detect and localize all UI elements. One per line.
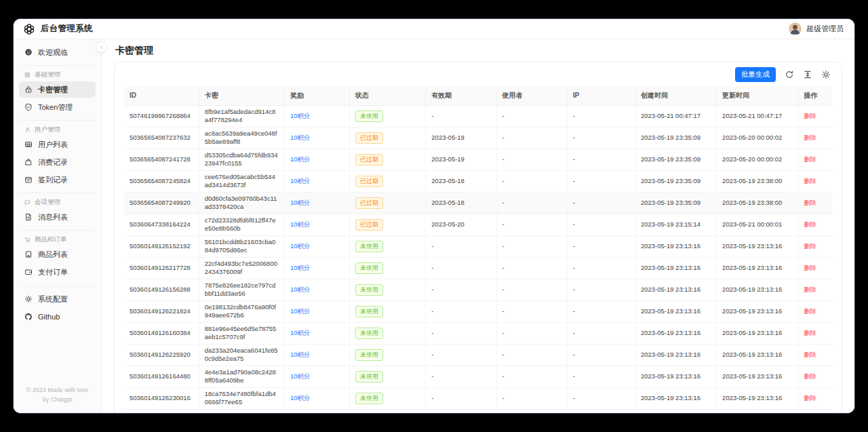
cell-reward: 10积分 <box>284 257 349 279</box>
delete-link[interactable]: 删除 <box>804 307 816 315</box>
delete-link[interactable]: 删除 <box>804 134 816 141</box>
status-badge: 未使用 <box>355 349 383 361</box>
cell-expiry: - <box>426 279 496 300</box>
reward-link[interactable]: 10积分 <box>290 155 311 163</box>
cell-updated: 2023-05-19 23:13:16 <box>717 235 798 257</box>
cell-user: - <box>496 257 567 279</box>
cell-expiry: - <box>426 366 496 387</box>
delete-link[interactable]: 删除 <box>804 220 816 228</box>
reward-link[interactable]: 10积分 <box>290 220 311 228</box>
cell-updated: 2023-05-20 00:00:02 <box>717 127 798 149</box>
page-title: 卡密管理 <box>102 39 854 62</box>
delete-link[interactable]: 删除 <box>804 242 816 250</box>
sidebar-item-12[interactable]: 支付订单 <box>19 264 96 280</box>
cell-user: - <box>496 149 567 170</box>
cell-user: - <box>496 279 567 300</box>
cell-user: - <box>496 170 567 192</box>
status-badge: 已过期 <box>355 154 383 165</box>
cell-id: 50360149126152192 <box>124 235 199 257</box>
cell-expiry: 2023-05-19 <box>426 127 496 149</box>
delete-link[interactable]: 删除 <box>804 394 816 401</box>
sidebar-item-2[interactable]: 卡密管理 <box>19 81 96 98</box>
delete-link[interactable]: 删除 <box>804 177 816 184</box>
cell-user: - <box>496 344 567 366</box>
sidebar-group-4: 用户管理 <box>19 120 96 136</box>
cell-updated: 2023-05-21 00:00:01 <box>717 214 798 235</box>
cell-reward: 10积分 <box>284 279 349 300</box>
sidebar-item-9[interactable]: 消息列表 <box>19 209 96 225</box>
reward-link[interactable]: 10积分 <box>290 134 311 141</box>
sidebar-item-6[interactable]: 消费记录 <box>19 154 96 170</box>
table-row: 5036014912623001618ca7634e7480fbfa1db406… <box>124 387 832 409</box>
delete-link[interactable]: 删除 <box>804 329 816 336</box>
sidebar: 欢迎观临基础管理卡密管理Token管理用户管理用户列表消费记录签到记录会话管理消… <box>14 39 102 413</box>
openai-logo-icon <box>23 23 35 35</box>
shield-icon <box>24 103 33 111</box>
reward-link[interactable]: 10积分 <box>290 372 311 380</box>
cell-id: 50360149126221824 <box>124 300 199 322</box>
status-badge: 已过期 <box>355 132 383 144</box>
batch-generate-button[interactable]: 批量生成 <box>735 67 776 82</box>
document-icon <box>24 213 33 221</box>
sidebar-group-1: 基础管理 <box>19 65 96 81</box>
cell-expiry: - <box>426 344 496 366</box>
card-key-value: 56101bcdd8b21603cba084d9705d86ec <box>205 238 276 254</box>
sidebar-item-15[interactable]: Github <box>19 309 96 325</box>
delete-link[interactable]: 删除 <box>804 155 816 163</box>
sidebar-item-3[interactable]: Token管理 <box>19 99 96 115</box>
card-key-value: 18ca7634e7480fbfa1db40666f77ee65 <box>205 390 276 406</box>
sidebar-label: 商品列表 <box>38 250 68 260</box>
cell-card-key: 8fb9e1af5adedacd914c8a4f778294e4 <box>199 105 284 127</box>
sidebar-item-0[interactable]: 欢迎观临 <box>19 44 96 60</box>
cell-id: 50365654087237632 <box>124 127 199 149</box>
table-row: 503601491261644804e4e3a1ad790a08c24288ff… <box>124 366 832 387</box>
cell-id: 50360149126160384 <box>124 322 199 344</box>
reload-icon <box>785 70 794 79</box>
table-row: 5036014912621772822cf4d493bc7e5200680024… <box>124 257 832 279</box>
cell-user: - <box>496 214 567 235</box>
sidebar-divider <box>19 286 96 291</box>
cell-card-key: cee676ed05acabc5b544ad3414d3673f <box>199 170 284 192</box>
delete-link[interactable]: 删除 <box>804 199 816 206</box>
delete-link[interactable]: 删除 <box>804 372 816 380</box>
sidebar-item-11[interactable]: 商品列表 <box>19 246 96 262</box>
sidebar-label: 签到记录 <box>38 175 68 185</box>
reward-link[interactable]: 10积分 <box>290 307 311 315</box>
user-menu[interactable]: 超级管理员 <box>789 22 844 35</box>
cell-reward: 10积分 <box>284 344 349 366</box>
reward-link[interactable]: 10积分 <box>290 264 311 271</box>
delete-link[interactable]: 删除 <box>804 286 816 293</box>
cell-reward: 10积分 <box>284 366 349 387</box>
reward-link[interactable]: 10积分 <box>290 394 311 401</box>
column-header-4: 有效期 <box>426 86 496 106</box>
delete-link[interactable]: 删除 <box>804 351 816 358</box>
reward-link[interactable]: 10积分 <box>290 242 311 250</box>
cell-status: 已过期 <box>350 192 426 214</box>
cell-reward: 10积分 <box>284 235 349 257</box>
reward-link[interactable]: 10积分 <box>290 351 311 358</box>
cell-expiry: 2023-05-18 <box>426 192 496 214</box>
settings-button[interactable] <box>821 70 831 79</box>
sidebar-collapse-button[interactable] <box>96 41 107 53</box>
sidebar-label: 消息列表 <box>38 212 68 222</box>
cell-status: 未使用 <box>350 344 426 366</box>
reward-link[interactable]: 10积分 <box>290 329 311 336</box>
delete-link[interactable]: 删除 <box>804 264 816 271</box>
delete-link[interactable]: 删除 <box>804 112 816 119</box>
app-window: 后台管理系统 超级管理员 欢迎观临基础管理卡密管理Token管理用户管理用户列表… <box>14 19 854 413</box>
reward-link[interactable]: 10积分 <box>290 199 311 206</box>
cell-user: - <box>496 366 567 387</box>
reward-link[interactable]: 10积分 <box>290 112 311 119</box>
reward-link[interactable]: 10积分 <box>290 286 311 293</box>
cell-created: 2023-05-19 23:35:09 <box>635 192 716 214</box>
reward-link[interactable]: 10积分 <box>290 177 311 184</box>
sidebar-label: Token管理 <box>38 102 73 113</box>
sidebar-item-14[interactable]: 系统配置 <box>19 291 96 307</box>
smile-icon <box>24 48 33 56</box>
sidebar-item-7[interactable]: 签到记录 <box>19 172 96 188</box>
sidebar-item-5[interactable]: 用户列表 <box>19 136 96 153</box>
cell-user: - <box>496 105 567 127</box>
column-height-button[interactable] <box>803 70 812 79</box>
reload-button[interactable] <box>785 70 794 79</box>
table-row: 503601491261562887875e826ee182ce797cdbbf… <box>124 279 832 300</box>
